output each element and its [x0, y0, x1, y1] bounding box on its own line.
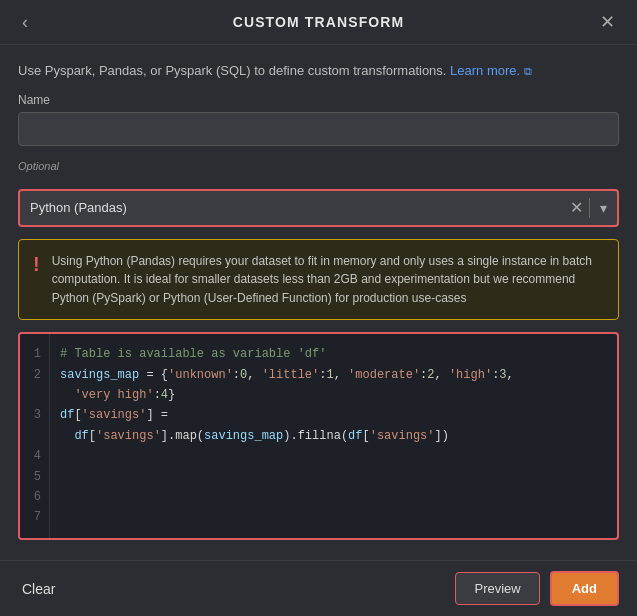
code-editor[interactable]: 1 2 3 4 5 6 7 # Table is available as va…	[18, 332, 619, 540]
add-button[interactable]: Add	[550, 571, 619, 606]
footer-actions: Preview Add	[455, 571, 619, 606]
selector-clear-button[interactable]: ✕	[564, 198, 589, 217]
modal-title: CUSTOM TRANSFORM	[233, 14, 405, 30]
name-label: Name	[18, 93, 619, 107]
external-link-icon: ⧉	[524, 65, 532, 77]
code-content[interactable]: # Table is available as variable 'df' sa…	[50, 334, 617, 538]
optional-label: Optional	[18, 160, 619, 172]
selector-value: Python (Pandas)	[20, 200, 564, 215]
name-field-group: Name	[18, 93, 619, 146]
modal-content: Use Pyspark, Pandas, or Pyspark (SQL) to…	[0, 45, 637, 560]
language-selector[interactable]: Python (Pandas) ✕ ▾	[18, 189, 619, 227]
close-button[interactable]: ✕	[594, 11, 621, 33]
clear-button[interactable]: Clear	[18, 575, 59, 603]
warning-icon: !	[33, 253, 40, 276]
line-numbers: 1 2 3 4 5 6 7	[20, 334, 50, 538]
selector-dropdown-button[interactable]: ▾	[590, 200, 617, 216]
back-button[interactable]: ‹	[16, 10, 34, 35]
warning-text: Using Python (Pandas) requires your data…	[52, 252, 604, 308]
preview-button[interactable]: Preview	[455, 572, 539, 605]
modal-footer: Clear Preview Add	[0, 560, 637, 616]
name-input[interactable]	[18, 112, 619, 146]
modal-header: ‹ CUSTOM TRANSFORM ✕	[0, 0, 637, 45]
warning-box: ! Using Python (Pandas) requires your da…	[18, 239, 619, 321]
description-body: Use Pyspark, Pandas, or Pyspark (SQL) to…	[18, 63, 446, 78]
description-text: Use Pyspark, Pandas, or Pyspark (SQL) to…	[18, 61, 619, 81]
custom-transform-modal: ‹ CUSTOM TRANSFORM ✕ Use Pyspark, Pandas…	[0, 0, 637, 616]
learn-more-link[interactable]: Learn more.	[450, 63, 520, 78]
